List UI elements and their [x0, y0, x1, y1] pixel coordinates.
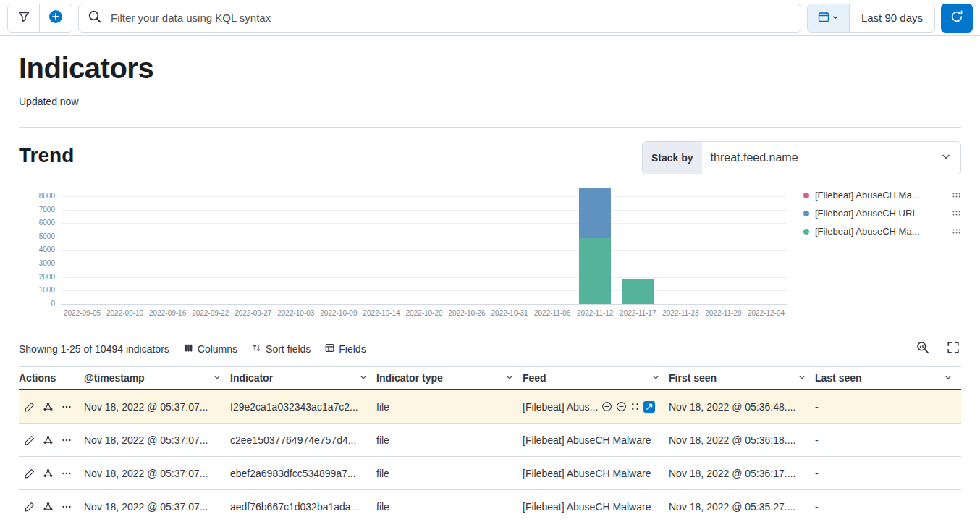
- feed-value: [Filebeat] AbuseCH Malware: [523, 434, 651, 446]
- section-divider: [19, 127, 961, 128]
- more-actions-button[interactable]: [62, 502, 72, 512]
- legend-actions-button[interactable]: [952, 209, 961, 218]
- add-to-timeline-button[interactable]: [643, 401, 655, 413]
- edit-button[interactable]: [25, 435, 35, 445]
- indicators-table: Actions@timestampIndicatorIndicator type…: [19, 367, 961, 522]
- x-tick-label: 2022-10-26: [448, 309, 485, 317]
- trend-chart: 010002000300040005000600070008000 2022-0…: [19, 186, 961, 318]
- fields-button[interactable]: Fields: [325, 343, 366, 355]
- indicator-cell: f29e2ca1a032343ac1a7c2...: [230, 401, 376, 413]
- trend-bar[interactable]: [579, 188, 611, 304]
- x-tick-label: 2022-11-17: [620, 309, 656, 317]
- row-actions-cell: [19, 468, 84, 479]
- legend-item[interactable]: [Filebeat] AbuseCH Ma...: [803, 222, 961, 240]
- legend-item[interactable]: [Filebeat] AbuseCH URL: [803, 204, 961, 222]
- trend-bar[interactable]: [622, 279, 654, 304]
- graph-button[interactable]: [43, 401, 54, 412]
- more-actions-button[interactable]: [62, 468, 72, 479]
- y-tick-label: 8000: [39, 192, 55, 200]
- trend-bar-segment: [622, 279, 654, 304]
- updated-status: Updated now: [19, 96, 961, 107]
- y-tick-label: 0: [51, 300, 55, 308]
- indicator-type-cell: file: [376, 401, 523, 413]
- refresh-button[interactable]: [941, 4, 973, 33]
- first-seen-cell: Nov 18, 2022 @ 05:35:27....: [669, 501, 815, 513]
- x-tick-label: 2022-10-20: [405, 309, 442, 317]
- stack-by-select[interactable]: threat.feed.name: [702, 142, 960, 174]
- column-header-actions[interactable]: Actions: [19, 367, 84, 389]
- column-header--timestamp[interactable]: @timestamp: [84, 367, 230, 389]
- table-row: Nov 18, 2022 @ 05:37:07...ebef2a6983dfcc…: [19, 457, 961, 490]
- chevron-down-icon: [944, 372, 952, 384]
- cell-actions-button[interactable]: [630, 402, 640, 411]
- plus-in-circle-icon: [48, 9, 63, 26]
- table-icon: [325, 343, 334, 355]
- table-row: Nov 18, 2022 @ 05:37:07...c2ee1503776497…: [19, 424, 961, 457]
- legend-item[interactable]: [Filebeat] AbuseCH Ma...: [803, 186, 961, 204]
- column-header-label: @timestamp: [84, 372, 145, 384]
- gridline: [61, 223, 787, 224]
- inspect-button[interactable]: [915, 340, 931, 358]
- sort-icon: [252, 343, 261, 355]
- column-header-last-seen[interactable]: Last seen: [815, 367, 961, 389]
- chart-legend: [Filebeat] AbuseCH Ma...[Filebeat] Abuse…: [787, 186, 961, 318]
- edit-button[interactable]: [25, 402, 35, 412]
- column-header-first-seen[interactable]: First seen: [669, 367, 815, 389]
- legend-label: [Filebeat] AbuseCH Ma...: [815, 226, 946, 237]
- date-quick-select-button[interactable]: [808, 4, 850, 32]
- filter-button-group: [7, 4, 72, 33]
- fullscreen-button[interactable]: [945, 340, 961, 358]
- column-header-indicator-type[interactable]: Indicator type: [376, 367, 523, 389]
- first-seen-cell: Nov 18, 2022 @ 05:36:18....: [669, 434, 815, 446]
- timestamp-cell: Nov 18, 2022 @ 05:37:07...: [84, 401, 230, 413]
- chevron-down-icon: [651, 372, 660, 384]
- filter-menu-button[interactable]: [8, 4, 40, 32]
- chevron-down-icon: [940, 151, 952, 165]
- x-tick-label: 2022-09-10: [106, 309, 143, 317]
- x-tick-label: 2022-10-14: [363, 309, 400, 317]
- first-seen-cell: Nov 18, 2022 @ 05:36:17....: [669, 468, 815, 479]
- legend-color-dot: [803, 229, 809, 235]
- feed-value: [Filebeat] AbuseCH Malware: [523, 468, 651, 479]
- indicator-type-cell: file: [376, 434, 523, 446]
- more-actions-button[interactable]: [62, 402, 72, 412]
- table-header: Actions@timestampIndicatorIndicator type…: [19, 367, 961, 390]
- timestamp-cell: Nov 18, 2022 @ 05:37:07...: [84, 501, 230, 513]
- date-range-button[interactable]: Last 90 days: [850, 4, 934, 32]
- trend-chart-plot-area: 010002000300040005000600070008000 2022-0…: [19, 186, 787, 318]
- kql-search-input[interactable]: [109, 11, 792, 25]
- graph-button[interactable]: [43, 501, 54, 512]
- column-header-feed[interactable]: Feed: [523, 367, 669, 389]
- table-row: Nov 18, 2022 @ 05:37:07...f29e2ca1a03234…: [19, 390, 961, 424]
- column-header-label: First seen: [669, 372, 717, 384]
- filter-out-button[interactable]: [616, 401, 627, 412]
- edit-button[interactable]: [25, 468, 35, 479]
- sort-fields-button[interactable]: Sort fields: [252, 343, 311, 355]
- columns-icon: [184, 343, 193, 355]
- graph-button[interactable]: [43, 434, 54, 445]
- add-filter-button[interactable]: [40, 4, 72, 32]
- gridline: [61, 237, 787, 237]
- x-tick-label: 2022-09-05: [64, 309, 101, 317]
- threat-intelligence-indicators-page: Last 90 days Indicators Updated now Tren…: [0, 0, 980, 522]
- column-header-label: Feed: [523, 372, 546, 384]
- legend-actions-button[interactable]: [952, 227, 961, 236]
- x-tick-label: 2022-10-03: [277, 309, 314, 317]
- edit-button[interactable]: [25, 502, 35, 512]
- x-tick-label: 2022-11-12: [577, 309, 613, 317]
- legend-actions-button[interactable]: [952, 190, 961, 200]
- gridline: [61, 264, 787, 264]
- more-actions-button[interactable]: [62, 435, 72, 445]
- trend-plot: [61, 186, 787, 305]
- cell-hover-actions: [601, 401, 655, 413]
- columns-button[interactable]: Columns: [184, 343, 237, 355]
- feed-cell: [Filebeat] AbuseCH Malware: [523, 434, 669, 446]
- chevron-down-icon: [832, 12, 839, 23]
- last-seen-cell: -: [815, 468, 961, 479]
- y-tick-label: 5000: [39, 232, 55, 240]
- query-bar: Last 90 days: [0, 0, 980, 36]
- filter-for-button[interactable]: [601, 401, 612, 412]
- column-header-indicator[interactable]: Indicator: [230, 367, 376, 389]
- graph-button[interactable]: [43, 468, 54, 479]
- legend-label: [Filebeat] AbuseCH Ma...: [815, 190, 946, 201]
